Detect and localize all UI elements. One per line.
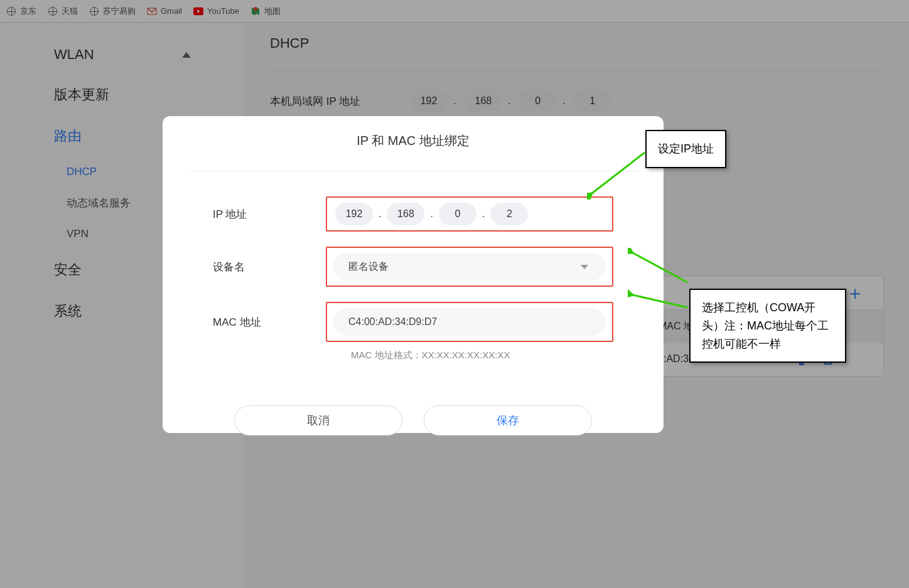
ip-octet[interactable]: 168 [387,203,424,225]
device-value: 匿名设备 [348,260,389,274]
mac-input-wrap [326,302,613,342]
ip-mac-binding-modal: IP 和 MAC 地址绑定 IP 地址 192. 168. 0. 2 设备名 匿… [163,116,664,433]
device-dropdown-wrap: 匿名设备 [326,247,613,287]
modal-title: IP 和 MAC 地址绑定 [163,132,664,149]
ip-octet[interactable]: 2 [490,203,528,225]
modal-footer: 取消 保存 [163,405,664,436]
ip-octet[interactable]: 0 [439,203,476,225]
divider [188,171,638,171]
mac-input[interactable] [333,308,606,336]
mac-label: MAC 地址 [213,315,326,329]
chevron-down-icon [581,265,588,269]
save-button[interactable]: 保存 [424,405,592,436]
ip-octet[interactable]: 192 [335,203,373,225]
ip-address-row: IP 地址 192. 168. 0. 2 [163,196,664,232]
device-name-row: 设备名 匿名设备 [163,247,664,287]
cancel-button[interactable]: 取消 [234,405,402,436]
mac-hint: MAC 地址格式：XX:XX:XX:XX:XX:XX [351,350,664,361]
annotation-set-ip: 设定IP地址 [645,130,726,168]
mac-address-row: MAC 地址 [163,302,664,342]
device-dropdown[interactable]: 匿名设备 [333,253,606,281]
ip-label: IP 地址 [213,207,326,222]
ip-input-group: 192. 168. 0. 2 [326,196,613,232]
annotation-select-ipc: 选择工控机（COWA开头）注：MAC地址每个工控机可能不一样 [689,289,846,363]
device-label: 设备名 [213,260,326,274]
